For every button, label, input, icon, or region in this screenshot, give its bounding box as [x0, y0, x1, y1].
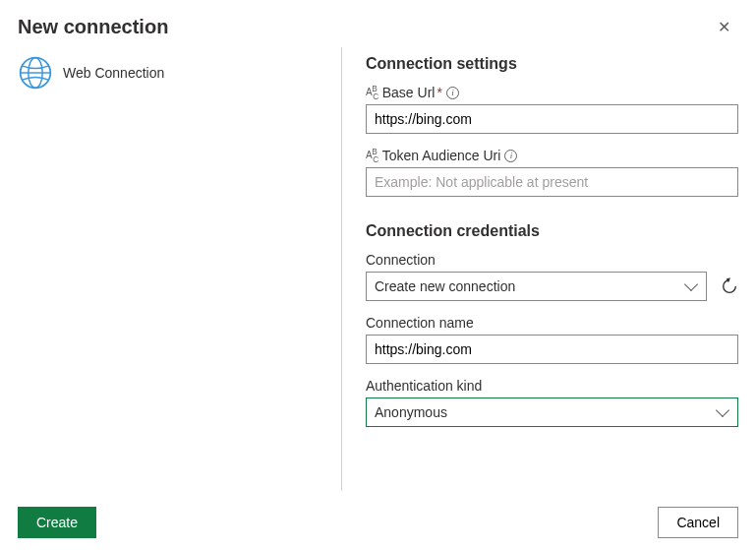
connection-type-web[interactable]: Web Connection — [18, 51, 341, 94]
chevron-down-icon — [684, 277, 698, 291]
connection-settings-heading: Connection settings — [366, 55, 738, 73]
dialog-title: New connection — [18, 16, 168, 38]
create-button[interactable]: Create — [18, 507, 96, 538]
connection-type-label: Web Connection — [63, 65, 164, 81]
authentication-kind-select[interactable]: Anonymous — [366, 397, 738, 427]
text-type-icon: ABC — [366, 148, 378, 163]
refresh-button[interactable] — [721, 277, 738, 295]
base-url-label: Base Url* — [382, 85, 442, 100]
connection-credentials-heading: Connection credentials — [366, 222, 738, 240]
refresh-icon — [721, 277, 738, 295]
token-audience-label: Token Audience Uri — [382, 148, 501, 163]
token-audience-input[interactable] — [366, 167, 738, 197]
info-icon[interactable]: i — [504, 150, 517, 162]
globe-icon — [18, 55, 53, 91]
cancel-button[interactable]: Cancel — [658, 507, 738, 538]
info-icon[interactable]: i — [446, 87, 459, 99]
connection-type-panel: Web Connection — [18, 47, 342, 491]
connection-select-value: Create new connection — [375, 278, 515, 294]
authentication-kind-value: Anonymous — [375, 404, 447, 420]
connection-name-label: Connection name — [366, 315, 738, 331]
connection-label: Connection — [366, 252, 738, 268]
authentication-kind-label: Authentication kind — [366, 378, 738, 394]
base-url-input[interactable] — [366, 104, 738, 134]
connection-select[interactable]: Create new connection — [366, 272, 707, 301]
text-type-icon: ABC — [366, 85, 378, 100]
chevron-down-icon — [716, 403, 729, 417]
close-icon: ✕ — [718, 19, 730, 35]
close-button[interactable]: ✕ — [710, 14, 738, 40]
connection-name-input[interactable] — [366, 335, 738, 364]
